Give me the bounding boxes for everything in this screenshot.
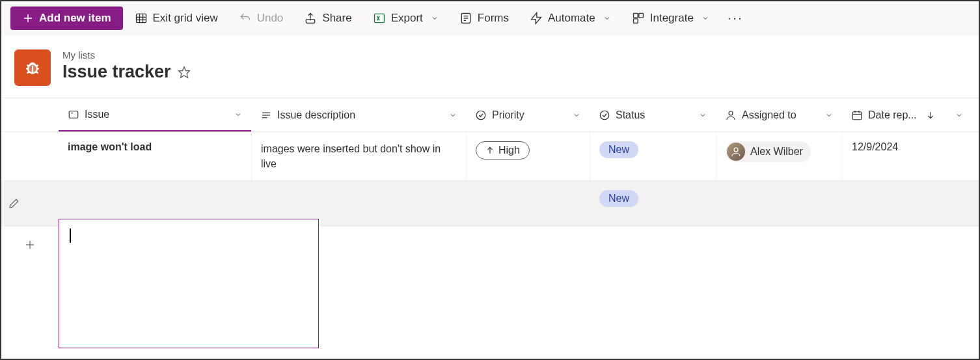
column-header-status-label: Status (616, 109, 645, 121)
automate-label: Automate (548, 12, 595, 25)
svg-rect-14 (633, 14, 638, 18)
add-new-item-button[interactable]: Add new item (10, 7, 123, 30)
column-header-priority-label: Priority (492, 109, 524, 121)
column-header-issue-label: Issue (85, 109, 109, 120)
svg-rect-34 (852, 111, 862, 119)
svg-rect-16 (633, 19, 638, 23)
svg-rect-26 (69, 111, 78, 118)
grid-icon (135, 12, 148, 25)
svg-rect-15 (639, 14, 644, 18)
integrate-icon (632, 12, 645, 25)
chevron-down-icon (701, 14, 709, 22)
list-bug-icon (14, 49, 51, 86)
exit-grid-view-button[interactable]: Exit grid view (126, 7, 227, 29)
avatar (727, 143, 745, 161)
add-new-item-label: Add new item (39, 12, 111, 25)
column-header-description[interactable]: Issue description (251, 98, 466, 132)
chevron-down-icon (603, 14, 611, 22)
integrate-button[interactable]: Integrate (623, 7, 718, 29)
person-pill: Alex Wilber (726, 141, 811, 162)
svg-line-22 (27, 72, 30, 74)
column-header-assigned[interactable]: Assigned to (716, 98, 842, 132)
list-header: My lists Issue tracker (1, 35, 979, 92)
page-title: Issue tracker (62, 62, 171, 82)
title-column-icon (68, 109, 79, 120)
cell-date[interactable] (842, 181, 972, 226)
cell-date[interactable]: 12/9/2024 (842, 132, 972, 180)
chevron-down-icon (699, 111, 707, 119)
grid-header-row: Issue Issue description Priority (1, 98, 979, 132)
cell-description[interactable]: images were inserted but don't show in l… (251, 132, 466, 180)
svg-line-23 (36, 72, 38, 74)
plus-icon[interactable] (24, 239, 36, 251)
share-button[interactable]: Share (295, 7, 361, 29)
cell-assigned[interactable] (716, 181, 842, 226)
edit-icon (8, 198, 20, 210)
choice-column-icon (475, 109, 487, 121)
arrow-up-icon (485, 146, 495, 155)
toolbar: Add new item Exit grid view Undo Share E… (1, 1, 979, 35)
column-header-date[interactable]: Date rep... (842, 98, 972, 132)
svg-point-33 (729, 111, 733, 115)
chevron-down-icon (955, 111, 963, 119)
row-gutter[interactable] (1, 181, 59, 226)
automate-icon (530, 12, 543, 25)
column-header-description-label: Issue description (277, 109, 355, 121)
forms-icon (459, 12, 472, 25)
person-column-icon (725, 109, 737, 121)
exit-grid-view-label: Exit grid view (153, 12, 218, 25)
cell-editor[interactable] (59, 219, 319, 348)
column-header-issue[interactable]: Issue (59, 98, 251, 132)
share-label: Share (322, 12, 351, 25)
export-label: Export (391, 12, 423, 25)
chevron-down-icon (573, 111, 580, 119)
export-icon (373, 12, 386, 25)
choice-column-icon (599, 109, 610, 121)
undo-button[interactable]: Undo (230, 7, 293, 29)
undo-icon (239, 12, 252, 25)
cell-assigned[interactable]: Alex Wilber (716, 132, 842, 180)
column-header-date-label: Date rep... (868, 109, 917, 121)
date-column-icon (851, 109, 863, 121)
priority-label: High (498, 145, 520, 156)
chevron-down-icon (234, 111, 242, 118)
export-button[interactable]: Export (364, 7, 448, 29)
more-actions-button[interactable]: ··· (721, 7, 750, 29)
forms-label: Forms (478, 12, 509, 25)
column-header-status[interactable]: Status (590, 98, 716, 132)
text-column-icon (260, 109, 272, 121)
cell-issue[interactable]: image won't load (59, 132, 251, 180)
plus-icon (22, 12, 34, 24)
integrate-label: Integrate (650, 12, 694, 25)
forms-button[interactable]: Forms (450, 7, 518, 29)
cell-status[interactable]: New (590, 132, 716, 180)
assigned-name: Alex Wilber (750, 146, 803, 158)
cell-status[interactable]: New (590, 181, 716, 226)
chevron-down-icon (825, 111, 833, 119)
svg-point-31 (476, 111, 485, 120)
svg-point-40 (734, 148, 738, 152)
undo-label: Undo (257, 12, 284, 25)
chevron-down-icon (449, 111, 457, 119)
column-header-priority[interactable]: Priority (466, 98, 590, 132)
chevron-down-icon (431, 14, 439, 22)
breadcrumb[interactable]: My lists (62, 49, 191, 61)
row-gutter[interactable] (1, 132, 59, 180)
table-row[interactable]: image won't load images were inserted bu… (1, 132, 979, 180)
svg-marker-25 (178, 66, 189, 77)
cell-priority[interactable] (466, 181, 590, 226)
status-badge: New (599, 190, 638, 207)
status-badge: New (599, 141, 638, 158)
column-header-assigned-label: Assigned to (742, 109, 796, 121)
gutter-header (1, 98, 59, 132)
svg-rect-2 (136, 14, 146, 22)
text-cursor (70, 228, 71, 243)
favorite-star-button[interactable] (178, 66, 191, 79)
svg-rect-8 (374, 14, 384, 22)
svg-marker-13 (531, 13, 541, 24)
cell-priority[interactable]: High (466, 132, 590, 180)
svg-point-32 (600, 111, 609, 120)
sort-descending-icon (926, 111, 935, 120)
share-icon (304, 12, 317, 25)
automate-button[interactable]: Automate (521, 7, 620, 29)
